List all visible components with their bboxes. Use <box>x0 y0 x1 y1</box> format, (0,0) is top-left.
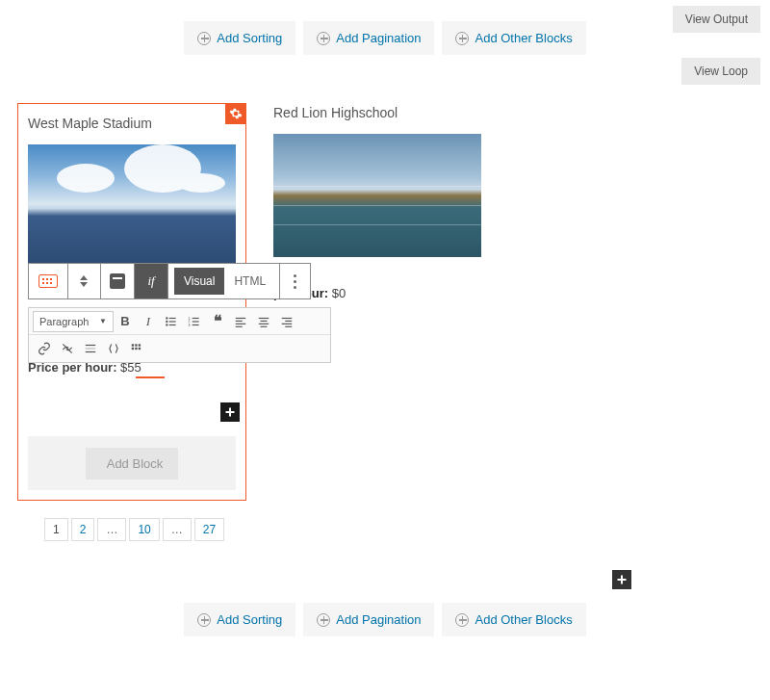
loop-item-selected[interactable]: West Maple Stadium if Visual HTML <box>17 103 246 501</box>
insert-more-button[interactable] <box>79 337 102 360</box>
if-icon: if <box>147 273 154 289</box>
conditional-button[interactable]: if <box>135 264 168 298</box>
align-left-icon <box>234 315 247 328</box>
svg-rect-14 <box>236 323 246 324</box>
unlink-icon <box>61 342 74 355</box>
price-value: $0 <box>332 286 346 300</box>
card-title: Red Lion Highschool <box>273 105 502 120</box>
plus-icon <box>224 406 236 418</box>
toolbar-toggle-icon <box>130 342 143 355</box>
svg-text:3: 3 <box>189 323 191 326</box>
edit-underline <box>136 376 165 378</box>
add-sorting-button[interactable]: Add Sorting <box>184 21 295 55</box>
svg-rect-33 <box>139 348 141 350</box>
svg-rect-20 <box>282 317 293 318</box>
add-block-label: Add Block <box>107 456 164 471</box>
svg-rect-17 <box>261 320 268 321</box>
calendar-icon <box>110 273 125 289</box>
plus-circle-icon <box>455 613 469 627</box>
paragraph-select[interactable]: Paragraph ▼ <box>33 311 114 332</box>
svg-rect-28 <box>132 344 134 346</box>
page-link[interactable]: 2 <box>71 518 95 541</box>
add-block-bottom-button[interactable] <box>612 570 631 589</box>
align-center-icon <box>257 315 270 328</box>
keyboard-button[interactable] <box>29 264 68 298</box>
add-sorting-label: Add Sorting <box>217 31 282 45</box>
add-pagination-button[interactable]: Add Pagination <box>303 21 434 55</box>
svg-rect-16 <box>259 317 270 318</box>
stadium-image <box>28 144 236 268</box>
add-sorting-button-bottom[interactable]: Add Sorting <box>184 603 295 636</box>
card-title: West Maple Stadium <box>28 116 236 131</box>
chevron-up-icon <box>80 275 88 280</box>
add-pagination-label: Add Pagination <box>336 612 421 627</box>
svg-rect-15 <box>236 325 243 326</box>
align-right-icon <box>280 315 294 328</box>
toolbar-toggle-button[interactable] <box>125 337 148 360</box>
plus-circle-icon <box>197 613 211 627</box>
svg-rect-32 <box>135 348 137 350</box>
page-link[interactable]: 10 <box>129 518 159 541</box>
svg-rect-29 <box>135 344 137 346</box>
plus-circle-icon <box>317 613 330 627</box>
blockquote-button[interactable]: ❝ <box>206 310 229 333</box>
chevron-down-icon <box>80 282 88 287</box>
unlink-button[interactable] <box>56 337 79 360</box>
paragraph-label: Paragraph <box>39 316 89 327</box>
add-block-button[interactable]: Add Block <box>86 448 179 480</box>
link-icon <box>38 342 51 355</box>
plus-circle-icon <box>455 32 469 45</box>
visual-tab[interactable]: Visual <box>174 268 224 295</box>
page-link[interactable]: 27 <box>194 518 224 541</box>
align-left-button[interactable] <box>229 310 252 333</box>
gear-icon <box>229 107 243 120</box>
svg-rect-26 <box>86 348 96 349</box>
svg-rect-7 <box>192 321 199 322</box>
page-current: 1 <box>44 518 68 541</box>
svg-rect-37 <box>618 579 627 581</box>
align-center-button[interactable] <box>252 310 275 333</box>
svg-rect-8 <box>192 324 199 324</box>
loop-item[interactable]: Red Lion Highschool per hour: $0 <box>273 103 502 501</box>
svg-rect-22 <box>282 323 293 324</box>
view-output-button[interactable]: View Output <box>673 6 760 33</box>
add-block-zone: Add Block <box>28 436 236 490</box>
bullet-list-button[interactable] <box>160 310 183 333</box>
italic-button[interactable]: I <box>137 310 160 333</box>
svg-point-4 <box>166 324 167 325</box>
svg-rect-12 <box>236 317 246 318</box>
svg-rect-25 <box>86 345 96 346</box>
svg-rect-30 <box>139 344 141 346</box>
shortcode-button[interactable] <box>102 337 125 360</box>
add-sorting-label: Add Sorting <box>217 612 282 627</box>
svg-rect-19 <box>261 325 268 326</box>
svg-rect-5 <box>169 324 176 324</box>
svg-rect-23 <box>285 325 292 326</box>
svg-point-0 <box>166 317 167 319</box>
svg-rect-18 <box>259 323 270 324</box>
settings-gear-button[interactable] <box>225 103 246 124</box>
view-loop-button[interactable]: View Loop <box>681 58 760 85</box>
numbered-list-button[interactable]: 123 <box>183 310 206 333</box>
add-other-blocks-button-bottom[interactable]: Add Other Blocks <box>442 603 585 636</box>
svg-point-2 <box>166 320 167 322</box>
link-button[interactable] <box>33 337 56 360</box>
add-other-blocks-button[interactable]: Add Other Blocks <box>442 21 585 55</box>
add-other-label: Add Other Blocks <box>475 612 572 627</box>
svg-rect-27 <box>86 351 96 352</box>
align-right-button[interactable] <box>275 310 298 333</box>
bold-button[interactable]: B <box>114 310 137 333</box>
kebab-icon <box>294 274 296 289</box>
html-tab[interactable]: HTML <box>224 268 275 295</box>
add-pagination-label: Add Pagination <box>336 31 421 45</box>
insert-block-button[interactable] <box>220 402 240 422</box>
more-options-button[interactable] <box>280 264 310 298</box>
page-ellipsis: … <box>163 518 192 541</box>
list-ol-icon: 123 <box>188 315 201 328</box>
shortcode-icon <box>107 342 120 355</box>
calendar-button[interactable] <box>101 264 135 298</box>
move-updown-button[interactable] <box>68 264 102 298</box>
court-image <box>273 134 481 257</box>
add-pagination-button-bottom[interactable]: Add Pagination <box>303 603 434 636</box>
more-tag-icon <box>84 342 97 355</box>
